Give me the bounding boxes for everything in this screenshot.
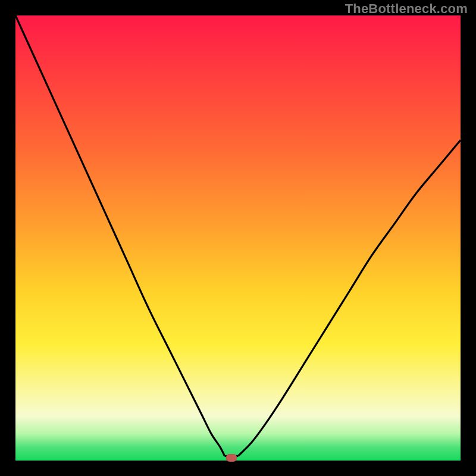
optimal-point-marker <box>226 454 237 462</box>
curve-left-branch <box>15 15 225 456</box>
watermark-text: TheBottleneck.com <box>345 1 468 17</box>
curve-right-branch <box>238 140 461 456</box>
chart-frame: TheBottleneck.com <box>0 0 476 476</box>
plot-area <box>15 15 461 461</box>
bottleneck-curve <box>15 15 461 461</box>
